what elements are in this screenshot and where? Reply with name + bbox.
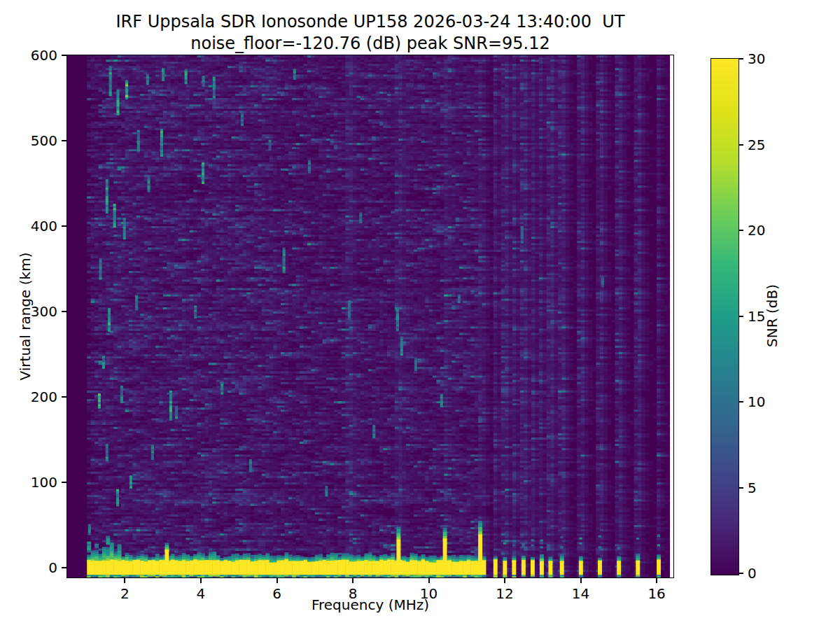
- x-tick-mark: [352, 578, 354, 583]
- colorbar-tick-label: 0: [748, 565, 757, 582]
- y-tick-mark: [62, 567, 66, 568]
- colorbar-tick-label: 20: [748, 222, 765, 239]
- ionogram-figure: IRF Uppsala SDR Ionosonde UP158 2026-03-…: [0, 0, 840, 630]
- x-tick-mark: [656, 578, 657, 583]
- colorbar-tick-label: 5: [748, 479, 757, 496]
- x-tick-label: 10: [420, 585, 438, 602]
- x-tick-label: 8: [349, 585, 358, 602]
- x-tick-label: 6: [272, 585, 281, 602]
- x-tick-mark: [124, 578, 125, 583]
- y-tick-mark: [62, 311, 66, 312]
- colorbar-tick-mark: [739, 487, 743, 489]
- x-tick-mark: [504, 578, 505, 583]
- colorbar-tick-label: 25: [748, 136, 765, 153]
- x-tick-label: 12: [496, 585, 513, 602]
- colorbar-tick-label: 30: [748, 50, 765, 67]
- y-tick-mark: [62, 140, 66, 141]
- colorbar-tick-mark: [739, 316, 743, 317]
- y-tick-label: 200: [8, 388, 57, 405]
- y-tick-mark: [62, 55, 66, 56]
- y-tick-label: 300: [8, 303, 57, 320]
- colorbar-label: SNR (dB): [764, 284, 780, 347]
- colorbar-tick-mark: [739, 230, 743, 231]
- colorbar-tick-mark: [739, 573, 743, 574]
- colorbar-tick-mark: [739, 401, 743, 402]
- colorbar-tick-mark: [739, 58, 743, 59]
- x-tick-mark: [276, 578, 278, 583]
- x-tick-mark: [428, 578, 430, 583]
- y-tick-mark: [62, 225, 66, 227]
- x-tick-mark: [200, 578, 202, 583]
- x-tick-label: 2: [120, 585, 130, 602]
- chart-title: IRF Uppsala SDR Ionosonde UP158 2026-03-…: [66, 12, 674, 31]
- x-tick-label: 16: [648, 585, 665, 602]
- colorbar-tick-label: 10: [748, 393, 765, 410]
- y-tick-mark: [62, 482, 66, 483]
- y-tick-label: 100: [8, 474, 57, 491]
- y-tick-label: 500: [8, 132, 57, 149]
- colorbar-tick-mark: [739, 144, 743, 146]
- y-tick-label: 0: [8, 559, 57, 576]
- ionogram-heatmap: [67, 55, 673, 578]
- colorbar: [710, 58, 739, 575]
- y-tick-label: 600: [8, 47, 57, 64]
- x-tick-label: 4: [197, 585, 206, 602]
- x-tick-mark: [580, 578, 582, 583]
- chart-subtitle: noise_floor=-120.76 (dB) peak SNR=95.12: [66, 34, 674, 53]
- plot-area: [66, 55, 674, 578]
- x-tick-label: 14: [572, 585, 589, 602]
- y-tick-label: 400: [8, 218, 57, 234]
- colorbar-tick-label: 15: [748, 308, 765, 325]
- y-tick-mark: [62, 396, 66, 398]
